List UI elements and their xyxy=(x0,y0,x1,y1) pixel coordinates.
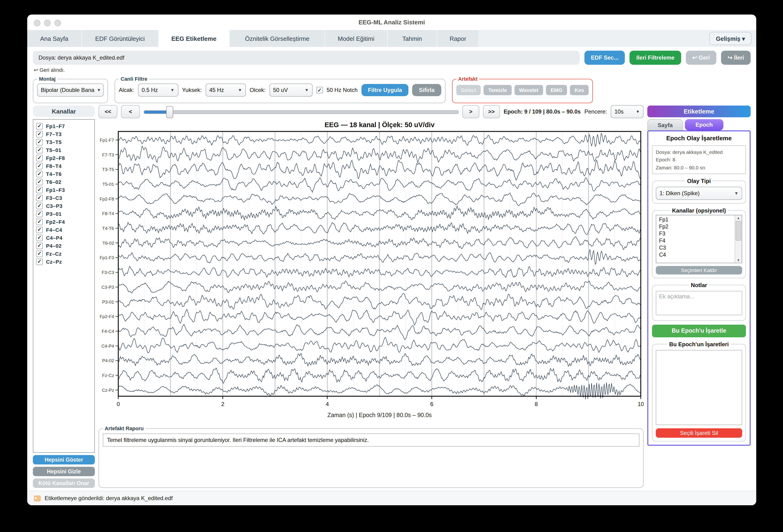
tab-edf-goruntuleyici[interactable]: EDF Görüntüleyici xyxy=(82,30,158,47)
channel-item[interactable]: ✓ Fp2–F8 xyxy=(36,154,92,162)
channel-checkbox[interactable]: ✓ xyxy=(36,155,43,161)
scroll-up-icon[interactable]: ▲ xyxy=(737,215,740,221)
reset-filter-button[interactable]: Sifirla xyxy=(412,84,441,96)
epoch-marks-listbox[interactable] xyxy=(656,350,742,425)
channel-item[interactable]: ✓ T5–01 xyxy=(36,146,92,154)
advanced-menu-button[interactable]: Gelişmiş ▾ xyxy=(709,32,752,45)
channel-item[interactable]: ✓ T6–02 xyxy=(36,178,92,186)
kanal-option[interactable]: Fp1 xyxy=(659,217,733,224)
channel-checkbox[interactable]: ✓ xyxy=(36,250,43,257)
edf-select-button[interactable]: EDF Sec... xyxy=(585,51,625,65)
channel-checkbox[interactable]: ✓ xyxy=(36,219,43,225)
hide-all-button[interactable]: Hepsini Gizle xyxy=(33,467,95,476)
clear-selection-button[interactable]: Seçimleri Kaldır xyxy=(656,266,742,274)
svg-text:T4-T6: T4-T6 xyxy=(102,226,114,231)
apply-filter-button[interactable]: Filtre Uygula xyxy=(362,84,409,96)
labeling-panel: Etiketleme Sayfa Epoch Epoch Olay İşaret… xyxy=(647,105,751,488)
channel-item[interactable]: ✓ T4–T6 xyxy=(36,170,92,178)
channel-item[interactable]: ✓ F8–T4 xyxy=(36,162,92,170)
tab-tahmin[interactable]: Tahmin xyxy=(388,30,437,47)
tab-oznitelik-gorsellestirme[interactable]: Öznitelik Görselleştirme xyxy=(230,30,324,47)
alcak-select[interactable]: 0.5 Hz ▼ xyxy=(138,84,178,97)
channel-item[interactable]: ✓ Cz–Pz xyxy=(36,258,92,266)
last-epoch-button[interactable]: >> xyxy=(483,105,500,118)
montaj-select[interactable]: Bipolar (Double Bana ▼ xyxy=(37,84,104,97)
kanal-option[interactable]: C4 xyxy=(659,252,733,259)
channel-item[interactable]: ✓ Fz–Cz xyxy=(36,250,92,258)
scrollbar-thumb[interactable] xyxy=(735,221,741,241)
kanal-option[interactable]: Fp2 xyxy=(659,224,733,231)
artefakt-button-select[interactable]: Select xyxy=(456,85,481,95)
channel-checkbox[interactable]: ✓ xyxy=(36,146,43,153)
scroll-down-icon[interactable]: ▼ xyxy=(737,258,740,263)
repair-bad-channels-button[interactable]: Kötü Kanalları Onar xyxy=(33,478,95,488)
tab-epoch[interactable]: Epoch xyxy=(685,119,723,130)
yuksek-select[interactable]: 45 Hz ▼ xyxy=(206,84,246,97)
redo-button[interactable]: ↪ İleri xyxy=(721,51,751,65)
svg-text:Fp2-F4: Fp2-F4 xyxy=(100,314,114,319)
content-area: Dosya: derya akkaya K_edited.edf EDF Sec… xyxy=(27,47,756,491)
undo-button[interactable]: ↩ Geri xyxy=(686,51,717,65)
channel-checkbox[interactable]: ✓ xyxy=(36,131,43,137)
channel-checkbox[interactable]: ✓ xyxy=(36,242,43,249)
channel-options-listbox[interactable]: Fp1Fp2F3F4C3C4 ▲ ▼ xyxy=(656,215,742,263)
advanced-filter-button[interactable]: Ileri Filtreleme xyxy=(630,51,681,65)
olcek-label: Olcek: xyxy=(250,87,265,93)
channel-checkbox[interactable]: ✓ xyxy=(36,123,43,129)
channel-checkbox[interactable]: ✓ xyxy=(36,163,43,169)
tab-eeg-etiketleme[interactable]: EEG Etiketleme xyxy=(159,30,229,47)
artefakt-button-temizle[interactable]: Temizle xyxy=(483,85,511,95)
kanal-option[interactable]: C3 xyxy=(659,245,733,252)
channel-checkbox[interactable]: ✓ xyxy=(36,139,43,145)
listbox-scrollbar[interactable]: ▲ ▼ xyxy=(734,215,742,263)
channel-checkbox[interactable]: ✓ xyxy=(36,234,43,241)
channel-item[interactable]: ✓ F7–T3 xyxy=(36,130,92,138)
channel-item[interactable]: ✓ P3–01 xyxy=(36,210,92,218)
show-all-button[interactable]: Hepsini Göster xyxy=(33,455,95,464)
notch-checkbox[interactable]: ✓ xyxy=(316,87,323,93)
channel-checkbox[interactable]: ✓ xyxy=(36,210,43,217)
channel-checkbox[interactable]: ✓ xyxy=(36,178,43,185)
channel-item[interactable]: ✓ P4–02 xyxy=(36,242,92,250)
tab-model-egitimi[interactable]: Model Eğitimi xyxy=(325,30,387,47)
channel-label: T6–02 xyxy=(46,179,61,185)
channel-item[interactable]: ✓ F3–C3 xyxy=(36,194,92,202)
window-length-select[interactable]: 10s ▼ xyxy=(611,105,644,118)
channel-checkbox[interactable]: ✓ xyxy=(36,187,43,193)
channel-item[interactable]: ✓ C3–P3 xyxy=(36,202,92,210)
kanal-option[interactable]: F4 xyxy=(659,238,733,245)
artefakt-button-emg[interactable]: EMG xyxy=(546,85,567,95)
channel-checkbox[interactable]: ✓ xyxy=(36,195,43,201)
artefakt-raporu-legend: Artefakt Raporu xyxy=(103,426,146,431)
channel-item[interactable]: ✓ Fp2–F4 xyxy=(36,218,92,226)
artefakt-button-wavelet[interactable]: Wavelet xyxy=(514,85,543,95)
kanal-option[interactable]: F3 xyxy=(659,231,733,238)
channel-item[interactable]: ✓ F4–C4 xyxy=(36,226,92,234)
next-epoch-button[interactable]: > xyxy=(462,105,479,118)
channel-item[interactable]: ✓ Fp1–F3 xyxy=(36,186,92,194)
tab-rapor[interactable]: Rapor xyxy=(438,30,478,47)
channel-checkbox[interactable]: ✓ xyxy=(36,226,43,233)
delete-mark-button[interactable]: Seçili İşareti Sil xyxy=(656,428,742,438)
channels-sidebar: Kanallar ✓ Fp1–F7 ✓ F7–T3 ✓ T3–T5 ✓ T5–0… xyxy=(33,105,95,488)
eeg-plot[interactable]: Fp1-F7F7-T3T3-T5T5-01Fp2-F8F8-T4T4-T6T6-… xyxy=(99,120,644,423)
channel-item[interactable]: ✓ C4–P4 xyxy=(36,234,92,242)
tab-ana-sayfa[interactable]: Ana Sayfa xyxy=(27,30,81,47)
artefakt-button-kes[interactable]: Kes xyxy=(570,85,589,95)
channel-label: F4–C4 xyxy=(46,227,62,232)
prev-epoch-button[interactable]: < xyxy=(121,105,140,118)
notes-textarea[interactable] xyxy=(656,291,742,315)
epoch-slider[interactable] xyxy=(144,105,459,118)
slider-track[interactable] xyxy=(144,110,459,114)
channel-item[interactable]: ✓ Fp1–F7 xyxy=(36,122,92,130)
tab-sayfa[interactable]: Sayfa xyxy=(647,119,683,130)
mark-epoch-button[interactable]: Bu Epoch'u İşaretle xyxy=(652,325,746,337)
slider-thumb[interactable] xyxy=(166,106,173,118)
channel-checkbox[interactable]: ✓ xyxy=(36,202,43,209)
event-type-select[interactable]: 1: Diken (Spike) ▼ xyxy=(656,187,742,200)
channel-checkbox[interactable]: ✓ xyxy=(36,170,43,177)
olcek-select[interactable]: 50 uV ▼ xyxy=(269,84,312,97)
channel-item[interactable]: ✓ T3–T5 xyxy=(36,138,92,146)
first-epoch-button[interactable]: << xyxy=(99,105,117,118)
channel-checkbox[interactable]: ✓ xyxy=(36,258,43,265)
